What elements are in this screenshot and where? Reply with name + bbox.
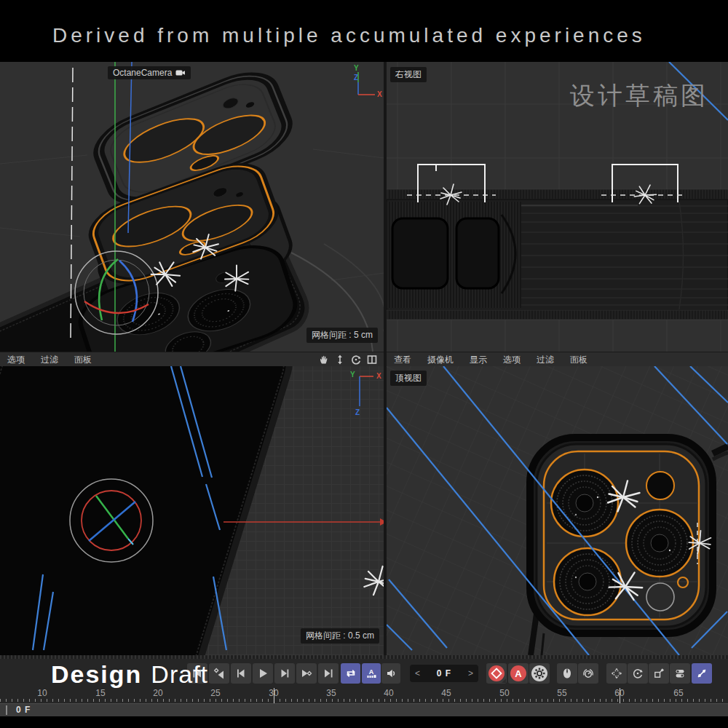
banner-title: Derived from multiple accumulated experi… [52,24,646,47]
menu-camera[interactable]: 摄像机 [427,354,454,366]
menu-panel[interactable]: 面板 [570,354,587,366]
camera-label-chip[interactable]: OctaneCamera [108,66,191,79]
ruler-tick: 55 [557,688,566,698]
go-to-end-button[interactable] [318,663,339,684]
previous-frame-icon [235,668,247,679]
play-button[interactable] [253,663,273,684]
menu-filter[interactable]: 过滤 [41,354,58,366]
scale-key-icon [653,668,665,679]
viewport-right-view[interactable]: 右视图 设计草稿图 [387,62,728,352]
speaker-icon [385,668,397,679]
ruler-tick: 10 [37,688,47,698]
menu-panel[interactable]: 面板 [74,354,92,366]
menu-filter[interactable]: 过滤 [537,354,554,366]
position-key-icon [611,668,622,679]
ruler-tick: 15 [95,688,105,698]
perspective-scene [0,62,384,352]
dial-input-button[interactable] [578,663,598,684]
rotation-key-icon [632,668,644,679]
next-key-button[interactable] [296,663,317,684]
playhead-marker[interactable] [6,705,7,715]
menu-display[interactable]: 显示 [470,354,487,366]
menu-options[interactable]: 选项 [503,354,521,366]
viewport-front-view[interactable]: Y X Z 网格间距 : 0.5 cm [0,366,384,655]
frame-prev-chevron[interactable]: < [415,668,420,678]
play-icon [257,668,269,679]
camera-icon [175,69,186,76]
axis-z-label: Z [354,74,358,82]
viewport-top-view[interactable]: 顶视图 [387,366,728,655]
perspective-menubar: 选项 过滤 面板 [0,352,384,368]
ruler-tick: 25 [210,688,220,698]
record-keyframe-icon [487,664,506,683]
axis-x-label: X [376,372,381,380]
gear-icon [530,664,549,683]
zoom-view-icon[interactable] [334,354,346,365]
axis-gizmo [360,376,373,406]
title-bold: Design [51,660,142,688]
pla-key-button[interactable] [692,663,712,684]
axis-y-label: Y [350,371,355,379]
axis-gizmo [358,72,375,95]
loop-playback-button[interactable] [341,663,360,684]
viewport-divider[interactable] [384,62,387,655]
phone-side-body [387,189,728,320]
keyframe-settings-button[interactable] [529,663,550,684]
mouse-icon [561,668,573,679]
timeline-ruler[interactable]: 10 15 20 25 30 35 40 45 50 55 60 65 [0,688,728,703]
keyframe-display-button[interactable]: A [362,663,381,684]
position-key-button[interactable] [606,663,627,684]
go-to-end-icon [323,668,334,679]
camera-module[interactable] [530,438,728,655]
grid-spacing-label: 网格间距 : 0.5 cm [301,628,379,644]
menu-view[interactable]: 查看 [394,354,411,366]
toggle-layout-icon[interactable] [366,354,378,365]
phone-body[interactable] [0,366,298,655]
camera-name: OctaneCamera [113,68,172,78]
rotation-key-button[interactable] [628,663,648,684]
previous-key-button[interactable] [209,663,229,684]
grid-spacing-label: 网格间距 : 5 cm [306,328,378,343]
axis-z-label: Z [355,408,360,416]
parameter-toggle-button[interactable] [670,663,690,684]
keyframe-display-icon: A [365,668,377,679]
next-frame-icon [279,668,290,679]
dial-icon [582,668,594,679]
top-view-scene [387,366,728,655]
front-view-scene [0,366,384,655]
pla-key-icon [696,668,708,679]
scale-key-button[interactable] [649,663,669,684]
svg-text:A: A [515,668,522,679]
auto-keyframe-button[interactable]: A [508,663,529,684]
next-frame-button[interactable] [274,663,295,684]
top-banner: Derived from multiple accumulated experi… [0,0,728,62]
ruler-tick: 40 [384,688,393,698]
ruler-minor-ticks [0,699,728,702]
pan-hand-icon[interactable] [318,354,330,365]
previous-frame-button[interactable] [231,663,251,684]
ruler-tick: 45 [441,688,451,698]
viewport-label[interactable]: 右视图 [390,67,427,82]
go-to-start-button[interactable] [187,663,207,684]
frame-next-chevron[interactable]: > [468,668,473,678]
app-window: Derived from multiple accumulated experi… [0,0,728,728]
viewport-perspective[interactable]: Y Z X OctaneCamera 网格间距 : 5 cm [0,62,384,352]
loop-icon [345,668,357,679]
mic-circle [646,583,674,611]
record-keyframe-button[interactable] [486,663,507,684]
auto-keyframe-icon: A [509,664,528,683]
frame-counter-field[interactable]: < 0 F > [410,665,478,682]
menu-options[interactable]: 选项 [7,354,25,366]
major-tick-60 [620,688,620,703]
mouse-input-button[interactable] [557,663,577,684]
axis-y-label: Y [354,64,359,72]
timeline-position-bar[interactable]: 0 F [0,703,728,716]
axis-x-label: X [377,90,382,98]
flash-circle [646,472,674,499]
rotate-view-icon[interactable] [350,354,362,365]
sound-button[interactable] [381,663,400,684]
next-key-icon [301,668,312,679]
bottom-strip [0,716,728,728]
ruler-tick: 50 [499,688,509,698]
viewport-label[interactable]: 顶视图 [390,371,427,386]
